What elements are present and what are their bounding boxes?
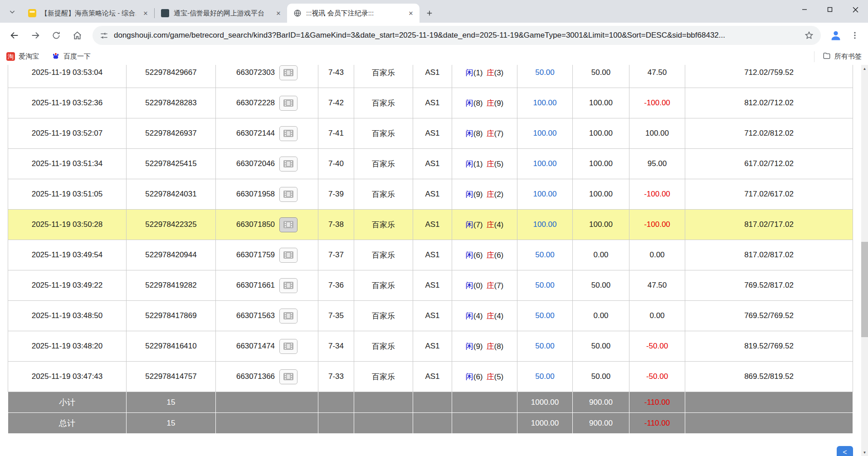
replay-video-button[interactable] xyxy=(279,65,297,80)
replay-video-button[interactable] xyxy=(279,187,297,202)
tab-close-icon[interactable]: ✕ xyxy=(141,8,151,18)
cell-bet-amount[interactable]: 100.00 xyxy=(517,88,573,118)
cell-table-name: AS1 xyxy=(413,240,452,270)
new-tab-button[interactable] xyxy=(422,6,437,20)
result-banker-label: 庄 xyxy=(487,99,494,108)
cell-bet-id: 522978429667 xyxy=(127,65,216,88)
cell-round-id: 663071474 xyxy=(216,331,318,362)
cell-win-loss: 95.00 xyxy=(629,149,685,179)
taobao-icon: 淘 xyxy=(6,52,15,61)
summary-empty xyxy=(216,392,318,413)
tab-close-icon[interactable]: ✕ xyxy=(273,8,283,18)
result-player-count: (9) xyxy=(473,190,483,199)
cell-valid-amount: 100.00 xyxy=(573,88,629,118)
summary-valid-total: 900.00 xyxy=(573,413,629,434)
bet-record-table: 2025-11-19 03:53:04 522978429667 6630723… xyxy=(8,65,853,434)
summary-row: 小计 15 1000.00 900.00 -110.00 xyxy=(8,392,853,413)
all-bookmarks-button[interactable]: 所有书签 xyxy=(814,51,862,62)
tab-close-icon[interactable]: ✕ xyxy=(406,8,416,18)
maximize-button[interactable] xyxy=(817,0,843,19)
cell-bet-id: 522978420944 xyxy=(127,240,216,270)
cell-bet-amount[interactable]: 100.00 xyxy=(517,210,573,240)
cell-bet-id: 522978425415 xyxy=(127,149,216,179)
home-button[interactable] xyxy=(68,26,86,44)
cell-bet-amount[interactable]: 50.00 xyxy=(517,240,573,270)
result-player-label: 闲 xyxy=(466,99,473,108)
cell-table-name: AS1 xyxy=(413,65,452,88)
tab-search-chevron-icon[interactable] xyxy=(5,4,20,20)
forward-button[interactable] xyxy=(26,26,44,44)
replay-video-button[interactable] xyxy=(279,369,297,384)
replay-video-button[interactable] xyxy=(279,157,297,172)
cell-round-number: 7-42 xyxy=(318,88,354,118)
replay-video-button[interactable] xyxy=(279,217,297,232)
cell-bet-id: 522978416410 xyxy=(127,331,216,362)
replay-video-button[interactable] xyxy=(279,126,297,141)
refresh-button[interactable] xyxy=(47,26,65,44)
cell-bet-amount[interactable]: 50.00 xyxy=(517,362,573,392)
replay-video-button[interactable] xyxy=(279,96,297,111)
replay-video-button[interactable] xyxy=(279,278,297,293)
table-row: 2025-11-19 03:52:07 522978426937 6630721… xyxy=(8,118,853,149)
cell-result: 闲(4)庄(4) xyxy=(452,301,517,331)
scrollbar-thumb[interactable] xyxy=(861,242,868,337)
cell-bet-id: 522978426937 xyxy=(127,118,216,149)
tab-tongbao[interactable]: 通宝-信誉最好的网上游戏平台 ✕ xyxy=(155,4,287,23)
tongbao-favicon-icon xyxy=(161,9,169,17)
cell-bet-amount[interactable]: 100.00 xyxy=(517,179,573,210)
replay-video-button[interactable] xyxy=(279,248,297,263)
summary-empty xyxy=(216,413,318,434)
summary-label: 总计 xyxy=(8,413,127,434)
minimize-button[interactable] xyxy=(792,0,817,19)
cell-round-id: 663072144 xyxy=(216,118,318,149)
cell-bet-amount[interactable]: 50.00 xyxy=(517,331,573,362)
url-text[interactable]: dongshouji.com/game/betrecord_search/kin… xyxy=(114,31,799,40)
cell-bet-amount[interactable]: 50.00 xyxy=(517,301,573,331)
cell-round-number: 7-41 xyxy=(318,118,354,149)
cell-result: 闲(6)庄(6) xyxy=(452,240,517,270)
cell-bet-amount[interactable]: 50.00 xyxy=(517,65,573,88)
cell-valid-amount: 100.00 xyxy=(573,179,629,210)
cell-bet-id: 522978414757 xyxy=(127,362,216,392)
floating-back-button[interactable]: < xyxy=(837,446,853,456)
cell-bet-amount[interactable]: 100.00 xyxy=(517,149,573,179)
cell-valid-amount: 100.00 xyxy=(573,210,629,240)
address-bar[interactable]: dongshouji.com/game/betrecord_search/kin… xyxy=(93,26,821,45)
replay-video-button[interactable] xyxy=(279,339,297,354)
bookmark-label: 百度一下 xyxy=(63,52,91,61)
cell-bet-amount[interactable]: 50.00 xyxy=(517,270,573,301)
site-settings-tune-icon[interactable] xyxy=(100,31,108,40)
cell-balance: 717.02/617.02 xyxy=(685,179,853,210)
result-player-count: (1) xyxy=(473,69,483,77)
summary-bet-total: 1000.00 xyxy=(517,392,573,413)
cell-bet-time: 2025-11-19 03:51:34 xyxy=(8,149,127,179)
film-icon xyxy=(283,282,293,289)
round-id-text: 663071958 xyxy=(236,190,275,199)
bookmark-baidu[interactable]: 百度一下 xyxy=(52,52,91,61)
profile-avatar[interactable] xyxy=(827,27,844,44)
cell-win-loss: -100.00 xyxy=(629,88,685,118)
vertical-scrollbar[interactable]: ▲ ▼ xyxy=(861,65,868,456)
scrollbar-down-arrow-icon[interactable]: ▼ xyxy=(861,449,868,456)
tab-forum[interactable]: 【新提醒】海燕策略论坛 - 综合... ✕ xyxy=(22,4,154,23)
scrollbar-up-arrow-icon[interactable]: ▲ xyxy=(861,65,868,72)
film-icon xyxy=(283,69,293,76)
cell-round-id: 663071661 xyxy=(216,270,318,301)
cell-bet-amount[interactable]: 100.00 xyxy=(517,118,573,149)
tab-bet-records-active[interactable]: :::视讯 会员下注纪录::: ✕ xyxy=(287,4,419,23)
result-player-label: 闲 xyxy=(466,312,473,320)
browser-menu-icon[interactable] xyxy=(847,27,863,44)
bookmark-star-icon[interactable] xyxy=(805,31,814,40)
back-button[interactable] xyxy=(5,26,24,44)
tab-title: 【新提醒】海燕策略论坛 - 综合... xyxy=(41,9,136,18)
cell-valid-amount: 100.00 xyxy=(573,149,629,179)
bookmark-taobao[interactable]: 淘 爱淘宝 xyxy=(6,52,39,61)
cell-valid-amount: 0.00 xyxy=(573,240,629,270)
cell-balance: 812.02/712.02 xyxy=(685,88,853,118)
forum-favicon-icon xyxy=(28,9,36,17)
replay-video-button[interactable] xyxy=(279,309,297,324)
cell-balance: 817.02/717.02 xyxy=(685,210,853,240)
cell-result: 闲(1)庄(5) xyxy=(452,149,517,179)
close-window-button[interactable] xyxy=(843,0,868,19)
result-player-label: 闲 xyxy=(466,129,473,138)
